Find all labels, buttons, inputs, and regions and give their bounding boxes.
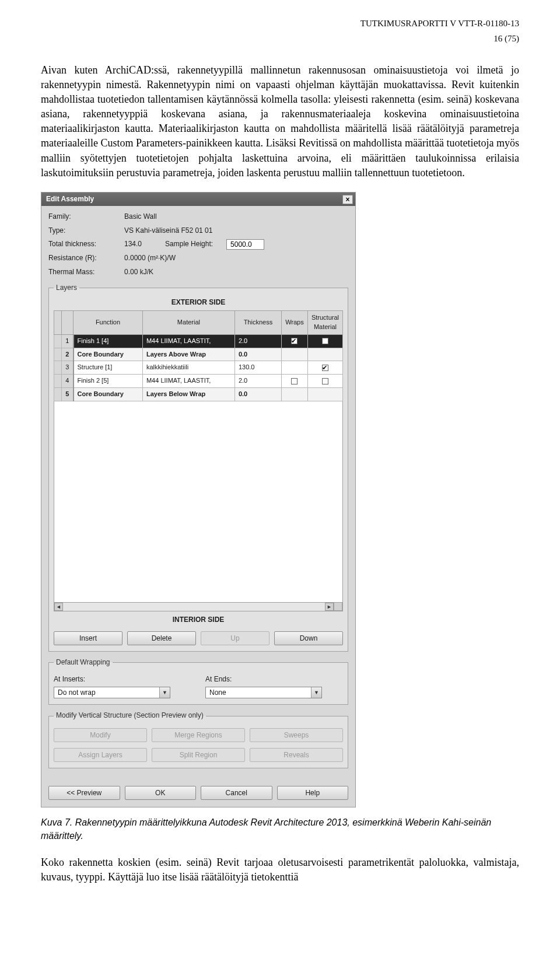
structural-cell[interactable] [307,375,342,388]
at-inserts-combo[interactable]: Do not wrap ▼ [54,687,170,698]
caption-prefix: Kuva 7. [41,817,75,827]
function-cell[interactable]: Core Boundary [74,348,143,361]
thickness-cell[interactable]: 130.0 [235,361,281,375]
resistance-value: 0.0000 (m²·K)/W [124,253,176,263]
at-ends-combo[interactable]: None ▼ [205,687,322,698]
row-number[interactable]: 4 [62,375,74,388]
page-number: 16 (75) [41,33,519,46]
delete-button[interactable]: Delete [127,631,196,645]
column-header[interactable] [62,310,74,334]
body-paragraph-2: Koko rakennetta koskien (esim. seinä) Re… [41,855,519,884]
structural-cell[interactable] [307,334,342,348]
checkbox-icon[interactable] [291,378,298,384]
down-button[interactable]: Down [274,631,343,645]
help-button[interactable]: Help [277,786,349,800]
column-header[interactable] [54,310,62,334]
drag-handle[interactable] [54,334,62,348]
ok-button[interactable]: OK [125,786,197,800]
function-cell[interactable]: Structure [1] [74,361,143,375]
exterior-side-label: EXTERIOR SIDE [54,298,343,307]
column-header[interactable]: Wraps [281,310,307,334]
material-cell[interactable]: M44 LIIMAT, LAASTIT, [142,375,235,388]
thickness-cell[interactable]: 0.0 [235,348,281,361]
type-value: VS Kahi-väliseinä F52 01 01 [124,226,212,236]
table-row[interactable]: 2Core BoundaryLayers Above Wrap0.0 [54,348,343,361]
drag-handle[interactable] [54,361,62,375]
body-paragraph-1: Aivan kuten ArchiCAD:ssä, rakennetyypill… [41,63,519,181]
wraps-cell[interactable] [281,375,307,388]
checkbox-icon[interactable] [322,365,328,371]
structural-cell[interactable] [307,348,342,361]
column-header[interactable]: Function [74,310,143,334]
layers-empty-area: ◄ ► [54,401,343,611]
wraps-cell[interactable] [281,361,307,375]
structural-cell[interactable] [307,388,342,401]
table-row[interactable]: 5Core BoundaryLayers Below Wrap0.0 [54,388,343,401]
report-header: TUTKIMUSRAPORTTI V VTT-R-01180-13 [41,18,519,30]
insert-button[interactable]: Insert [54,631,123,645]
drag-handle[interactable] [54,348,62,361]
table-row[interactable]: 1Finish 1 [4]M44 LIIMAT, LAASTIT,2.0 [54,334,343,348]
row-number[interactable]: 2 [62,348,74,361]
function-cell[interactable]: Finish 2 [5] [74,375,143,388]
function-cell[interactable]: Finish 1 [4] [74,334,143,348]
sample-height-input[interactable] [226,239,264,250]
checkbox-icon[interactable] [291,338,298,344]
close-icon[interactable]: × [342,195,353,204]
merge-regions-button[interactable]: Merge Regions [152,728,245,742]
resistance-label: Resistance (R): [48,253,124,263]
family-label: Family: [48,212,124,222]
material-cell[interactable]: Layers Above Wrap [142,348,235,361]
total-thickness-value: 134.0 [124,239,142,249]
thickness-cell[interactable]: 2.0 [235,375,281,388]
reveals-button[interactable]: Reveals [250,748,343,762]
layers-table[interactable]: FunctionMaterialThicknessWrapsStructural… [54,310,343,402]
chevron-down-icon[interactable]: ▼ [159,687,170,698]
total-thickness-label: Total thickness: [48,239,124,249]
family-value: Basic Wall [124,212,157,222]
scrollbar-corner [334,602,342,611]
thickness-cell[interactable]: 2.0 [235,334,281,348]
drag-handle[interactable] [54,375,62,388]
row-number[interactable]: 1 [62,334,74,348]
horizontal-scrollbar[interactable]: ◄ ► [54,602,334,611]
split-region-button[interactable]: Split Region [152,748,245,762]
up-button[interactable]: Up [201,631,270,645]
scroll-left-icon[interactable]: ◄ [54,603,63,611]
wraps-cell[interactable] [281,388,307,401]
sample-height-label: Sample Height: [165,239,226,249]
layers-group: Layers EXTERIOR SIDE FunctionMaterialThi… [48,283,348,652]
preview-button[interactable]: << Preview [48,786,120,800]
structural-cell[interactable] [307,361,342,375]
row-number[interactable]: 3 [62,361,74,375]
checkbox-icon[interactable] [322,338,328,344]
thickness-cell[interactable]: 0.0 [235,388,281,401]
thermal-mass-value: 0.00 kJ/K [124,267,153,277]
function-cell[interactable]: Core Boundary [74,388,143,401]
checkbox-icon[interactable] [322,378,328,384]
drag-handle[interactable] [54,388,62,401]
interior-side-label: INTERIOR SIDE [54,615,343,625]
assign-layers-button[interactable]: Assign Layers [54,748,147,762]
sweeps-button[interactable]: Sweeps [250,728,343,742]
material-cell[interactable]: kalkkihiekkatiili [142,361,235,375]
column-header[interactable]: Material [142,310,235,334]
modify-button[interactable]: Modify [54,728,147,742]
scroll-right-icon[interactable]: ► [325,603,334,611]
at-inserts-label: At Inserts: [54,674,170,684]
row-number[interactable]: 5 [62,388,74,401]
table-row[interactable]: 3Structure [1]kalkkihiekkatiili130.0 [54,361,343,375]
material-cell[interactable]: Layers Below Wrap [142,388,235,401]
thermal-mass-label: Thermal Mass: [48,267,124,277]
wraps-cell[interactable] [281,334,307,348]
layers-legend: Layers [54,283,79,293]
dialog-titlebar[interactable]: Edit Assembly × [41,193,355,206]
chevron-down-icon[interactable]: ▼ [311,687,321,698]
at-ends-label: At Ends: [205,674,322,684]
material-cell[interactable]: M44 LIIMAT, LAASTIT, [142,334,235,348]
cancel-button[interactable]: Cancel [201,786,272,800]
table-row[interactable]: 4Finish 2 [5]M44 LIIMAT, LAASTIT,2.0 [54,375,343,388]
column-header[interactable]: Thickness [235,310,281,334]
wraps-cell[interactable] [281,348,307,361]
column-header[interactable]: Structural Material [307,310,342,334]
